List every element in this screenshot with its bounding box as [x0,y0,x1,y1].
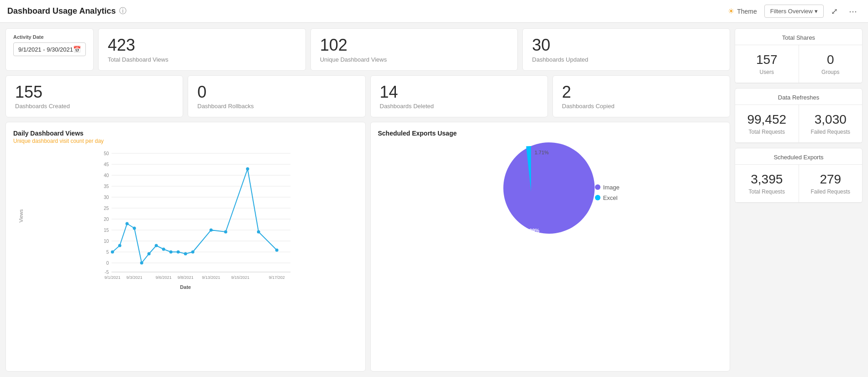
users-metric: 157 Users [735,45,799,83]
kpi-row-2: 155 Dashboards Created 0 Dashboard Rollb… [5,75,730,118]
scheduled-exports-metrics: 3,395 Total Requests 279 Failed Requests [735,165,862,203]
top-bar: Dashboard Usage Analytics ⓘ ☀ Theme Filt… [0,0,868,23]
users-label: Users [741,69,793,75]
x-axis-label: Date [13,284,358,290]
kpi-unique-views: 102 Unique Dashboard Views [310,28,518,71]
kpi-number: 423 [108,36,296,54]
legend-image: Image [595,184,620,191]
date-input-row[interactable]: 9/1/2021 - 9/30/2021 📅 [13,42,86,56]
kpi-dashboards-updated: 30 Dashboards Updated [522,28,730,71]
svg-point-24 [111,251,114,254]
kpi-number: 14 [380,83,538,101]
kpi-label: Unique Dashboard Views [320,56,509,63]
se-total-requests-metric: 3,395 Total Requests [735,165,799,202]
svg-text:45: 45 [104,162,109,167]
main-content: Activity Date 9/1/2021 - 9/30/2021 📅 423… [0,23,868,377]
scheduled-exports-section: Scheduled Exports 3,395 Total Requests 2… [735,148,863,203]
svg-point-29 [147,252,151,256]
expand-button[interactable]: ⤢ [827,5,842,18]
pie-chart-container: 1.71% 98.29% Image Excel [378,141,723,243]
svg-text:40: 40 [104,173,109,178]
svg-text:50: 50 [104,151,109,156]
users-number: 157 [741,52,793,67]
svg-point-30 [155,244,158,247]
excel-dot [595,195,600,200]
svg-text:10: 10 [104,239,109,244]
more-icon: ⋯ [849,7,857,16]
kpi-number: 0 [197,83,356,101]
excel-label: Excel [603,194,618,201]
svg-point-37 [224,230,227,234]
data-refreshes-section: Data Refreshes 99,452 Total Requests 3,0… [735,88,863,143]
y-axis-label: Views [18,209,24,222]
theme-button[interactable]: ☀ Theme [724,5,761,17]
chevron-down-icon: ▾ [815,8,818,15]
image-label: Image [603,184,620,191]
svg-text:9/17/202: 9/17/202 [269,275,285,280]
pie-legend: Image Excel [595,184,620,201]
data-refreshes-metrics: 99,452 Total Requests 3,030 Failed Reque… [735,105,862,143]
svg-point-40 [275,249,279,252]
kpi-dashboards-deleted: 14 Dashboards Deleted [370,75,548,118]
svg-text:5: 5 [106,250,109,255]
page-title: Dashboard Usage Analytics [7,6,116,16]
failed-requests-metric: 3,030 Failed Requests [799,105,863,142]
date-value: 9/1/2021 - 9/30/2021 [18,46,73,53]
line-chart-svg: 50 45 40 35 30 25 20 15 10 5 0 -5 [32,149,358,281]
kpi-number: 30 [532,36,721,54]
svg-point-33 [177,251,180,254]
legend-excel: Excel [595,194,620,201]
more-options-button[interactable]: ⋯ [845,5,861,18]
svg-point-27 [133,227,136,230]
svg-text:9/1/2021: 9/1/2021 [105,275,121,280]
pie-chart-svg [481,141,581,242]
svg-text:25: 25 [104,206,109,211]
pie-chart-title: Scheduled Exports Usage [378,130,723,137]
total-shares-section: Total Shares 157 Users 0 Groups [735,28,863,84]
kpi-label: Dashboards Copied [562,103,721,110]
filters-overview-button[interactable]: Filters Overview ▾ [764,5,824,18]
kpi-row-1: Activity Date 9/1/2021 - 9/30/2021 📅 423… [5,28,730,71]
kpi-number: 102 [320,36,509,54]
kpi-label: Dashboards Created [15,103,174,110]
activity-date-label: Activity Date [13,34,86,40]
svg-point-39 [257,230,260,234]
left-panel: Activity Date 9/1/2021 - 9/30/2021 📅 423… [5,28,730,372]
se-failed-requests-metric: 279 Failed Requests [799,165,863,202]
total-requests-metric: 99,452 Total Requests [735,105,799,142]
svg-point-26 [126,222,129,225]
calendar-icon: 📅 [73,46,81,53]
filters-label: Filters Overview [770,8,813,15]
charts-row: Daily Dashboard Views Unique dashboard v… [5,122,730,372]
svg-text:-5: -5 [105,270,109,275]
info-icon[interactable]: ⓘ [119,6,126,16]
svg-text:15: 15 [104,228,109,233]
svg-text:35: 35 [104,184,109,189]
se-failed-requests-label: Failed Requests [805,188,857,195]
sun-icon: ☀ [728,7,734,16]
se-total-requests-number: 3,395 [741,172,793,187]
kpi-label: Dashboards Updated [532,56,721,63]
expand-icon: ⤢ [831,7,838,16]
data-refreshes-title: Data Refreshes [735,89,862,105]
date-filter-card: Activity Date 9/1/2021 - 9/30/2021 📅 [5,28,94,71]
kpi-dashboards-created: 155 Dashboards Created [5,75,183,118]
line-chart-card: Daily Dashboard Views Unique dashboard v… [5,122,366,372]
total-shares-title: Total Shares [735,29,862,45]
image-dot [595,184,600,190]
svg-text:9/3/2021: 9/3/2021 [126,275,142,280]
failed-requests-number: 3,030 [805,112,857,127]
svg-point-31 [162,248,165,251]
total-shares-metrics: 157 Users 0 Groups [735,45,862,83]
total-requests-number: 99,452 [741,112,793,127]
svg-text:9/6/2021: 9/6/2021 [156,275,172,280]
kpi-number: 155 [15,83,174,101]
svg-point-38 [246,168,249,171]
svg-text:9/13/2021: 9/13/2021 [202,275,220,280]
svg-point-34 [184,252,187,256]
line-chart-subtitle: Unique dashboard visit count per day [13,138,358,144]
pie-chart-card: Scheduled Exports Usage [370,122,731,372]
top-bar-right: ☀ Theme Filters Overview ▾ ⤢ ⋯ [724,5,861,18]
se-failed-requests-number: 279 [805,172,857,187]
svg-point-28 [140,262,143,265]
